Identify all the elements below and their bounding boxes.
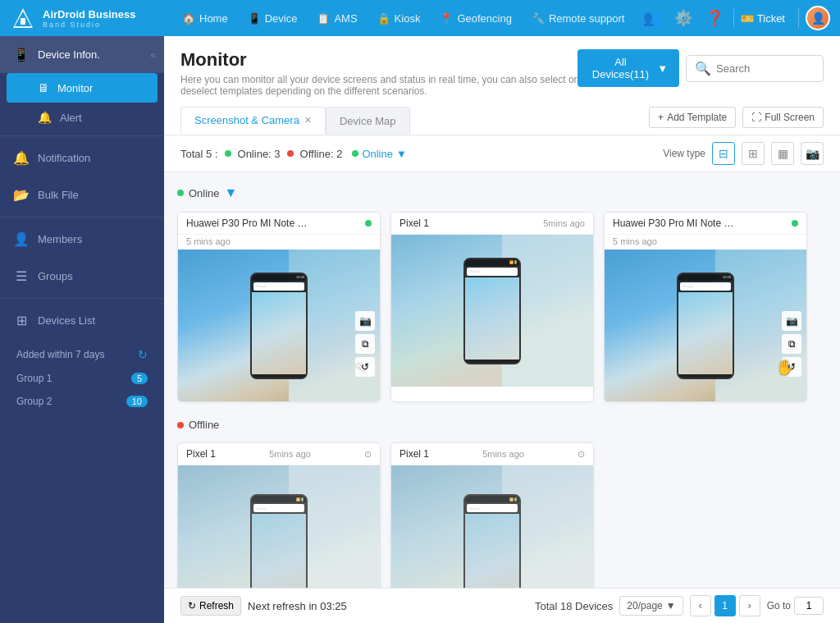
current-page-button[interactable]: 1 [714,595,736,616]
next-page-button[interactable]: › [739,595,760,616]
geofencing-icon: 📍 [440,12,453,25]
nav-home[interactable]: 🏠 Home [174,7,236,30]
goto-label: Go to [767,600,791,612]
users-icon[interactable]: 👥 [640,6,664,30]
sub-menu-added-7days[interactable]: Added within 7 days ↻ [7,342,158,367]
view-camera-icon-btn[interactable]: 📷 [801,142,824,165]
nav-kiosk[interactable]: 🔒 Kiosk [369,7,429,30]
collapse-icon: « [150,49,156,61]
per-page-value: 20/page [627,600,662,612]
search-input[interactable] [716,62,815,75]
filter-online-label: Online [362,148,393,160]
device-card-3-header: Huawei P30 Pro MI Note Pro–00000 [605,213,806,235]
added-7days-label: Added within 7 days [16,349,104,360]
offline-statusbar-2: 📶🔋 [465,496,519,502]
tab-close-icon[interactable]: ✕ [304,115,312,126]
refresh-sub-icon[interactable]: ↻ [138,348,148,361]
nav-kiosk-label: Kiosk [395,12,421,25]
tab-device-map[interactable]: Device Map [326,107,410,135]
online-section-dot [177,190,184,196]
copy-action-3[interactable]: ⧉ [782,334,801,354]
svg-rect-2 [21,18,25,25]
screenshot-action-1[interactable]: 📷 [355,311,375,331]
search-icon: 🔍 [695,61,711,76]
online-section-dropdown[interactable]: ▼ [225,186,238,200]
sidebar-item-devices-list[interactable]: ⊞ Devices List [0,302,164,339]
refresh-area: ↻ Refresh Next refresh in 03:25 [180,596,347,616]
current-page-number: 1 [722,600,728,612]
status-summary: Total 5 : Online: 3 Offline: 2 [180,148,342,160]
offline-phone-frame-1: 📶🔋 Google ◁ ○ □ [250,494,308,588]
sidebar-item-alert[interactable]: 🔔 Alert [0,103,164,132]
add-template-button[interactable]: + Add Template [649,107,736,128]
view-large-icon-btn[interactable]: ⊟ [712,142,735,165]
search-box[interactable]: 🔍 [686,55,824,82]
view-small-icon-btn[interactable]: ▦ [771,142,794,165]
nav-device[interactable]: 📱 Device [240,7,306,30]
offline-device-grid: Pixel 1 5mins ago ⊙ 📶🔋 Google [177,442,827,588]
sub-menu-group2[interactable]: Group 2 10 [7,390,158,413]
sidebar-item-device-info[interactable]: 📱 Device Infon. « [0,36,164,73]
nav-remote-support[interactable]: 🔧 Remote support [523,7,633,30]
nav-ams-label: AMS [334,12,357,25]
fullscreen-button[interactable]: ⛶ Full Screen [742,107,824,128]
device-card-offline-1[interactable]: Pixel 1 5mins ago ⊙ 📶🔋 Google [177,442,381,588]
filter-online-dot [352,150,358,157]
refresh-button[interactable]: ↻ Refresh [180,596,241,616]
phone-wallpaper-3 [678,292,733,374]
total-devices-label: Total 18 Devices [535,600,613,612]
screenshot-action-3[interactable]: 📷 [782,311,801,331]
phone-overlay-1: 12:00 Google ◁ ○ □ [178,250,380,401]
prev-page-button[interactable]: ‹ [690,595,711,616]
offline-section-dot [177,422,184,428]
devices-sub-menu: Added within 7 days ↻ Group 1 5 Group 2 … [0,339,164,416]
phone-frame-2: 📶🔋 Google ◁ ○ □ [463,258,521,364]
user-avatar[interactable]: 👤 [806,6,830,30]
home-icon: 🏠 [182,12,195,25]
device-card-offline-2[interactable]: Pixel 1 5mins ago ⊙ 📶🔋 Google [390,442,594,588]
sidebar-item-bulk-file[interactable]: 📂 Bulk File [0,176,164,213]
sub-menu-group1[interactable]: Group 1 5 [7,367,158,390]
sidebar-groups-label: Groups [38,270,73,282]
page-title-area: Monitor Here you can monitor all your de… [180,49,578,97]
tab-screenshot-camera[interactable]: Screenshot & Camera ✕ [180,107,326,135]
all-devices-button[interactable]: All Devices(11) ▼ [578,49,679,87]
help-icon[interactable]: ❓ [702,6,727,30]
copy-action-1[interactable]: ⧉ [355,334,375,354]
per-page-select[interactable]: 20/page ▼ [619,596,682,616]
device-card-online-2[interactable]: Pixel 1 5mins ago 📶🔋 Google [390,212,594,402]
offline-statusbar-1: 📶🔋 [252,496,306,502]
device-status-1 [365,220,372,227]
view-medium-icon-btn[interactable]: ⊞ [742,142,765,165]
device-name-2: Pixel 1 [399,218,429,229]
fullscreen-label: Full Screen [765,112,815,123]
goto-input[interactable] [794,597,824,615]
add-template-icon: + [658,112,664,123]
settings-icon[interactable]: ⚙️ [671,6,696,30]
online-filter-button[interactable]: Online ▼ [352,148,406,160]
sidebar-item-notification[interactable]: 🔔 Notification [0,140,164,176]
sidebar-item-monitor[interactable]: 🖥 Monitor [7,73,158,103]
nav-ams[interactable]: 📋 AMS [308,7,365,30]
phone-nav-3: ◁ ○ □ [678,374,733,379]
logo-area: AirDroid Business Band Studio [10,5,174,31]
nav-geofencing[interactable]: 📍 Geofencing [431,7,520,30]
offline-section-header: Offline [177,415,827,434]
ams-icon: 📋 [317,12,330,25]
sidebar-divider-2 [0,217,164,218]
refresh-icon: ↻ [188,600,196,612]
phone-wallpaper-2 [465,277,519,360]
filter-dropdown-icon: ▼ [396,148,407,160]
phone-statusbar-1: 12:00 [252,274,306,281]
sidebar-item-members[interactable]: 👤 Members [0,221,164,258]
main-layout: 📱 Device Infon. « 🖥 Monitor 🔔 Alert 🔔 No… [0,36,840,623]
sidebar-item-groups[interactable]: ☰ Groups [0,258,164,295]
alert-sub-icon: 🔔 [38,111,52,124]
device-card-online-1[interactable]: Huawei P30 Pro MI Note Pro–00000 5 mins … [177,212,381,402]
nav-items: 🏠 Home 📱 Device 📋 AMS 🔒 Kiosk 📍 Geofenci… [174,7,640,30]
ticket-button[interactable]: 🎫 Ticket [733,9,792,28]
top-navigation: AirDroid Business Band Studio 🏠 Home 📱 D… [0,0,840,36]
offline-section-label: Offline [189,419,219,431]
device-card-online-3[interactable]: Huawei P30 Pro MI Note Pro–00000 5 mins … [604,212,807,402]
offline-card-2-header: Pixel 1 5mins ago ⊙ [391,443,593,465]
